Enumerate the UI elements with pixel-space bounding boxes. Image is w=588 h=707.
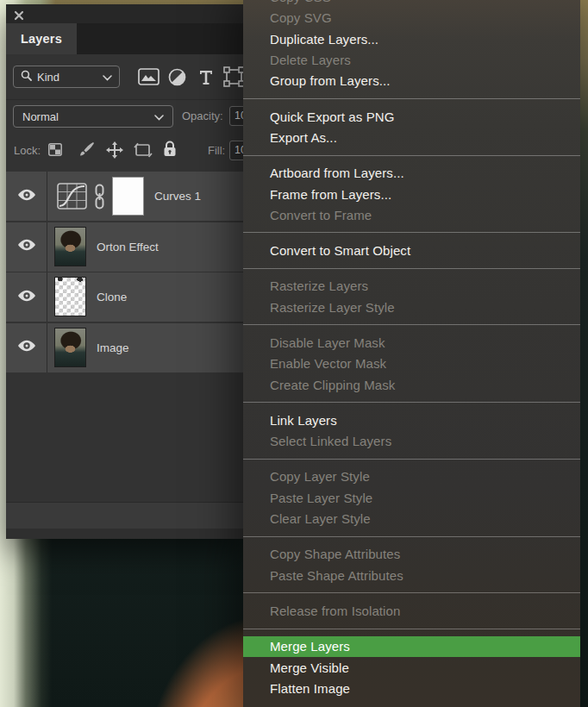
search-icon [21, 70, 32, 84]
layer-row-content: Image [47, 323, 243, 372]
menu-separator [243, 268, 580, 269]
menu-separator [243, 402, 580, 403]
layers-filter-row: Kind [6, 54, 243, 99]
lock-row: Lock: Fill: 10 [6, 133, 243, 168]
blend-mode-row: Normal Opacity: 10 [6, 99, 243, 133]
filter-kind-label: Kind [37, 71, 59, 84]
visibility-toggle[interactable] [6, 172, 47, 221]
menu-item-copy-shape-attributes: Copy Shape Attributes [243, 544, 580, 565]
menu-item-convert-to-frame: Convert to Frame [243, 204, 580, 225]
mask-link-icon[interactable] [93, 184, 106, 213]
layer-thumbnail[interactable] [54, 328, 86, 367]
visibility-toggle[interactable] [6, 222, 47, 272]
layer-row-image[interactable]: Image [6, 323, 243, 372]
menu-item-delete-layers: Delete Layers [243, 49, 580, 70]
menu-separator [243, 592, 580, 593]
chevron-down-icon [103, 71, 112, 84]
panel-tab-bar: Layers [6, 23, 243, 54]
menu-item-clear-layer-style: Clear Layer Style [243, 508, 580, 529]
layer-name: Clone [97, 272, 127, 322]
layer-row-curves-1[interactable]: Curves 1 [6, 172, 243, 221]
lock-label: Lock: [14, 144, 41, 157]
menu-item-frame-from-layers[interactable]: Frame from Layers... [243, 184, 580, 204]
artboard-lock-icon[interactable] [134, 142, 153, 158]
menu-separator [243, 324, 580, 325]
visibility-toggle[interactable] [6, 323, 47, 372]
menu-item-convert-to-smart-object[interactable]: Convert to Smart Object [243, 240, 580, 260]
layer-row-orton-effect[interactable]: Orton Effect [6, 222, 243, 272]
close-icon[interactable] [14, 9, 24, 19]
panel-bottom-edge [6, 529, 243, 539]
adjustment-filter-icon[interactable] [166, 67, 188, 86]
layer-name: Curves 1 [154, 172, 201, 221]
chevron-down-icon [154, 110, 164, 123]
menu-item-export-as[interactable]: Export As... [243, 127, 580, 147]
opacity-label: Opacity: [182, 109, 223, 122]
menu-separator [243, 155, 580, 156]
move-lock-icon[interactable] [106, 141, 123, 159]
layer-row-content: Curves 1 [47, 172, 243, 221]
menu-item-copy-svg: Copy SVG [243, 8, 580, 28]
menu-item-disable-layer-mask: Disable Layer Mask [243, 332, 580, 353]
layer-mask-thumbnail[interactable] [112, 177, 144, 216]
menu-item-paste-shape-attributes: Paste Shape Attributes [243, 565, 580, 585]
menu-item-paste-layer-style: Paste Layer Style [243, 487, 580, 508]
layer-thumbnail[interactable] [54, 227, 86, 266]
tab-layers[interactable]: Layers [6, 23, 77, 54]
layer-row-content: Clone [47, 272, 243, 322]
blend-mode-value: Normal [22, 110, 59, 123]
panel-footer [6, 502, 243, 529]
menu-separator [243, 232, 580, 233]
layer-row-content: Orton Effect [47, 222, 243, 272]
menu-separator [243, 536, 580, 537]
fill-label: Fill: [208, 144, 225, 157]
eye-icon [17, 340, 36, 355]
menu-separator [243, 459, 580, 460]
layer-name: Image [97, 323, 129, 372]
layer-row-clone[interactable]: Clone [6, 272, 243, 322]
brush-lock-icon[interactable] [78, 141, 95, 158]
menu-item-flatten-image[interactable]: Flatten Image [243, 678, 580, 698]
layers-panel: Layers Kind [6, 4, 243, 539]
blend-mode-dropdown[interactable]: Normal [13, 105, 173, 128]
menu-item-copy-css: Copy CSS [243, 0, 580, 8]
menu-item-enable-vector-mask: Enable Vector Mask [243, 354, 580, 374]
menu-item-create-clipping-mask: Create Clipping Mask [243, 374, 580, 395]
context-menu: Copy CSSCopy SVGDuplicate Layers...Delet… [243, 0, 580, 707]
visibility-toggle[interactable] [6, 272, 47, 322]
menu-item-rasterize-layers: Rasterize Layers [243, 276, 580, 297]
menu-item-release-from-isolation: Release from Isolation [243, 600, 580, 621]
layers-list: Curves 1Orton EffectCloneImage [6, 168, 243, 372]
fill-value-field[interactable]: 10 [229, 141, 243, 160]
menu-item-link-layers[interactable]: Link Layers [243, 410, 580, 430]
opacity-value-field[interactable]: 10 [229, 106, 243, 126]
menu-item-merge-layers[interactable]: Merge Layers [243, 636, 580, 657]
menu-item-duplicate-layers[interactable]: Duplicate Layers... [243, 28, 580, 49]
curves-adjustment-icon[interactable] [57, 183, 87, 213]
filter-kind-dropdown[interactable]: Kind [13, 66, 120, 88]
layer-name: Orton Effect [97, 222, 159, 272]
menu-item-copy-layer-style: Copy Layer Style [243, 466, 580, 487]
menu-item-merge-visible[interactable]: Merge Visible [243, 657, 580, 678]
panel-titlebar [6, 4, 243, 23]
menu-item-rasterize-layer-style: Rasterize Layer Style [243, 297, 580, 317]
menu-item-artboard-from-layers[interactable]: Artboard from Layers... [243, 163, 580, 184]
menu-item-select-linked-layers: Select Linked Layers [243, 431, 580, 452]
shape-filter-icon[interactable] [222, 67, 243, 86]
menu-item-quick-export-as-png[interactable]: Quick Export as PNG [243, 106, 580, 127]
image-filter-icon[interactable] [137, 67, 160, 86]
transparency-lock-icon[interactable] [48, 143, 62, 156]
photoshop-screenshot: Layers Kind [0, 0, 588, 707]
type-filter-icon[interactable] [195, 67, 217, 86]
lock-all-icon[interactable] [163, 141, 177, 158]
eye-icon [17, 189, 36, 204]
menu-separator [243, 98, 580, 99]
layer-thumbnail[interactable] [54, 277, 86, 316]
menu-item-group-from-layers[interactable]: Group from Layers... [243, 71, 580, 91]
menu-separator [243, 629, 580, 629]
eye-icon [17, 290, 36, 305]
eye-icon [17, 239, 36, 254]
